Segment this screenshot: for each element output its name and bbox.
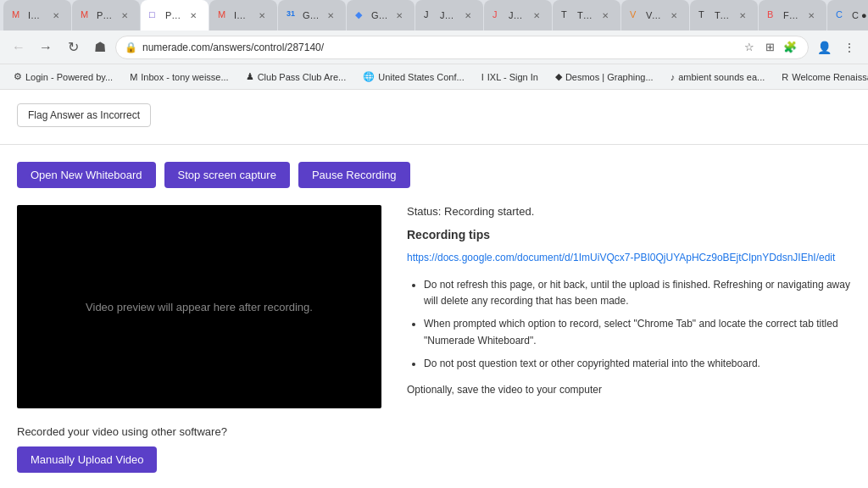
bookmark-login-icon: ⚙ [14, 71, 22, 82]
tips-link[interactable]: https://docs.google.com/document/d/1ImUi… [407, 250, 851, 265]
bookmark-inbox[interactable]: M Inbox - tony weisse... [123, 70, 236, 84]
home-button[interactable]: ☗ [88, 36, 112, 59]
tab-interv[interactable]: M Interv... ✕ [3, 0, 71, 30]
tab-close-4[interactable]: ✕ [255, 8, 269, 22]
tab-thef[interactable]: T The F... ✕ [553, 0, 620, 30]
bookmark-clubpass-label: Club Pass Club Are... [258, 72, 347, 82]
bookmark-login-label: Login - Powered by... [25, 72, 113, 82]
tab-favicon-7: J [424, 9, 436, 21]
tip-item-1: Do not refresh this page, or hit back, u… [424, 277, 851, 309]
bookmark-star-icon[interactable]: ☆ [740, 38, 759, 57]
bookmark-renaissance[interactable]: R Welcome Renaissa... [775, 70, 868, 84]
main-area: Video preview will appear here after rec… [17, 205, 851, 408]
manually-upload-button[interactable]: Manually Upload Video [17, 446, 157, 473]
tab-favicon-4: M [218, 9, 230, 21]
tab-close-8[interactable]: ✕ [530, 8, 543, 22]
tab-favicon-12: B [767, 9, 779, 21]
bookmark-ambient-icon: ♪ [670, 72, 676, 82]
tab-twice[interactable]: T Twice... ✕ [690, 0, 758, 30]
recording-tips-title: Recording tips [407, 228, 851, 241]
tab-label-8: Juggl... [509, 10, 526, 20]
bookmark-ambient-label: ambient sounds ea... [678, 72, 765, 82]
tab-close-11[interactable]: ✕ [736, 8, 749, 22]
profile-button[interactable]: 👤 [812, 36, 836, 59]
open-whiteboard-button[interactable]: Open New Whiteboard [17, 162, 156, 188]
bookmark-renaissance-label: Welcome Renaissa... [792, 72, 868, 82]
bookmark-desmos-icon: ◆ [555, 71, 562, 82]
tab-c[interactable]: C C ● ✕ [827, 0, 868, 30]
tab-label-7: Jared... [440, 10, 457, 20]
tab-label-5: Googl... [303, 10, 320, 20]
optionally-text: Optionally, save the video to your compu… [407, 384, 851, 396]
tab-close-12[interactable]: ✕ [804, 8, 818, 22]
tab-probl2[interactable]: □ Probl... ✕ [141, 0, 209, 30]
tab-favicon-13: C [836, 9, 848, 21]
tab-from[interactable]: B From... ✕ [759, 0, 826, 30]
tab-close-6[interactable]: ✕ [392, 8, 406, 22]
tip-item-2: When prompted which option to record, se… [424, 316, 851, 348]
toolbar-right: 👤 ⋮ [812, 36, 861, 59]
reload-button[interactable]: ↻ [61, 36, 85, 59]
tab-favicon-10: V [630, 9, 642, 21]
tab-favicon-3: □ [149, 9, 161, 21]
page-content: Flag Answer as Incorrect Open New Whiteb… [0, 90, 868, 488]
bookmark-desmos-label: Desmos | Graphing... [565, 72, 654, 82]
tab-favicon-2: M [81, 9, 92, 21]
url-actions: ☆ ⊞ 🧩 [740, 38, 799, 57]
tab-label-2: Probl... [97, 10, 114, 20]
tab-label-4: Inbox [234, 10, 251, 20]
tab-jared[interactable]: J Jared... ✕ [415, 0, 483, 30]
tab-inbox[interactable]: M Inbox ✕ [209, 0, 277, 30]
tab-label-1: Interv... [28, 10, 45, 20]
tab-label-12: From... [783, 10, 800, 20]
bookmark-usconf-label: United States Conf... [378, 72, 465, 82]
tab-close-10[interactable]: ✕ [667, 8, 681, 22]
bookmark-login[interactable]: ⚙ Login - Powered by... [7, 69, 120, 84]
tab-close-3[interactable]: ✕ [186, 8, 200, 22]
tab-google[interactable]: ◆ Googl... ✕ [347, 0, 415, 30]
tab-close-2[interactable]: ✕ [118, 8, 131, 22]
tab-probl1[interactable]: M Probl... ✕ [72, 0, 140, 30]
bookmark-clubpass[interactable]: ♟ Club Pass Club Are... [239, 69, 353, 84]
url-text: numerade.com/answers/control/287140/ [142, 42, 735, 53]
tab-bar: M Interv... ✕ M Probl... ✕ □ Probl... ✕ … [0, 0, 868, 30]
read-mode-icon[interactable]: ⊞ [760, 38, 779, 57]
security-icon: 🔒 [125, 42, 137, 53]
tab-close-9[interactable]: ✕ [598, 8, 612, 22]
tab-favicon-11: T [698, 9, 710, 21]
bookmark-desmos[interactable]: ◆ Desmos | Graphing... [548, 69, 660, 84]
tab-close-7[interactable]: ✕ [461, 8, 475, 22]
bookmark-us-conf[interactable]: 🌐 United States Conf... [356, 69, 471, 84]
tab-favicon-6: ◆ [355, 9, 367, 21]
tab-veggi[interactable]: V Vegg... ✕ [621, 0, 689, 30]
stop-capture-button[interactable]: Stop screen capture [164, 162, 290, 188]
url-bar[interactable]: 🔒 numerade.com/answers/control/287140/ ☆… [115, 36, 809, 59]
tab-favicon-8: J [492, 9, 504, 21]
flag-answer-button[interactable]: Flag Answer as Incorrect [17, 103, 151, 127]
video-preview-text: Video preview will appear here after rec… [86, 301, 313, 313]
tab-label-13: C ● [852, 10, 868, 20]
back-button[interactable]: ← [7, 36, 31, 59]
tab-close-5[interactable]: ✕ [324, 8, 337, 22]
bookmark-ixl[interactable]: I IXL - Sign In [475, 70, 545, 84]
status-text: Status: Recording started. [407, 205, 851, 218]
tab-favicon-5: 31 [287, 9, 298, 21]
tab-google-cal[interactable]: 31 Googl... ✕ [278, 0, 346, 30]
right-panel: Status: Recording started. Recording tip… [407, 205, 851, 408]
tips-list: Do not refresh this page, or hit back, u… [407, 277, 851, 372]
tab-juggl[interactable]: J Juggl... ✕ [484, 0, 552, 30]
extensions-icon[interactable]: 🧩 [781, 38, 799, 57]
forward-button[interactable]: → [34, 36, 58, 59]
bookmark-usconf-icon: 🌐 [363, 71, 375, 82]
nav-bar: ← → ↻ ☗ 🔒 numerade.com/answers/control/2… [0, 30, 868, 64]
settings-button[interactable]: ⋮ [837, 36, 861, 59]
tab-label-6: Googl... [371, 10, 388, 20]
bookmark-ambient[interactable]: ♪ ambient sounds ea... [664, 70, 772, 84]
tab-close-1[interactable]: ✕ [49, 8, 63, 22]
action-buttons: Open New Whiteboard Stop screen capture … [17, 162, 851, 188]
tab-favicon-1: M [12, 9, 24, 21]
pause-recording-button[interactable]: Pause Recording [298, 162, 410, 188]
bookmark-ixl-label: IXL - Sign In [487, 72, 538, 82]
video-preview: Video preview will appear here after rec… [17, 205, 381, 408]
bookmark-clubpass-icon: ♟ [246, 71, 254, 82]
